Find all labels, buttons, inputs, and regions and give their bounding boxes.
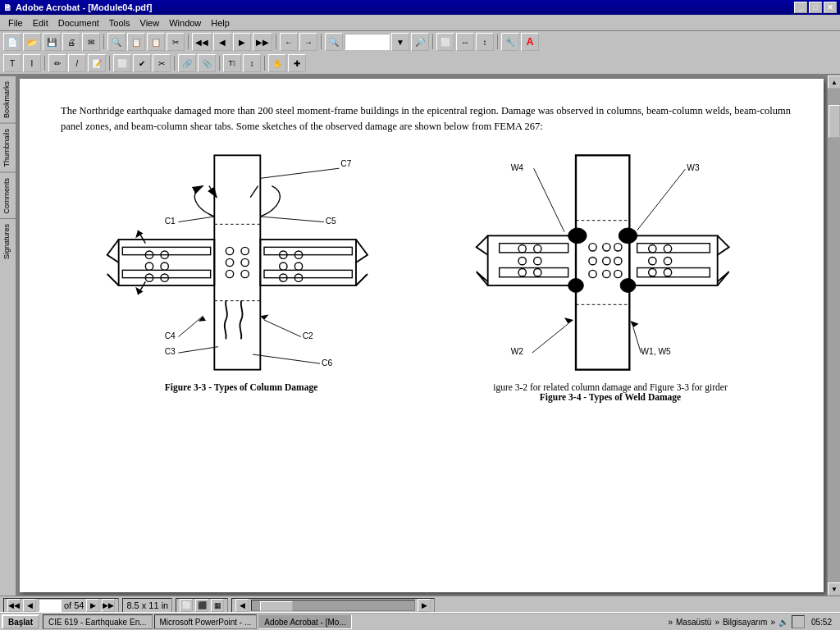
signatures-tab[interactable]: Signatures bbox=[0, 218, 16, 264]
svg-line-34 bbox=[260, 217, 323, 222]
comments-tab[interactable]: Comments bbox=[0, 172, 16, 219]
arrow-button[interactable]: ↕ bbox=[243, 54, 261, 72]
fit-page-button[interactable]: ⬜ bbox=[436, 33, 454, 51]
last-page-nav-button[interactable]: ▶▶ bbox=[102, 599, 115, 612]
back-button[interactable]: ← bbox=[280, 33, 298, 51]
menu-view[interactable]: View bbox=[135, 16, 165, 30]
hand-button[interactable]: ✋ bbox=[268, 54, 286, 72]
menu-window[interactable]: Window bbox=[164, 16, 206, 30]
menu-help[interactable]: Help bbox=[206, 16, 235, 30]
svg-point-54 bbox=[534, 268, 541, 276]
menu-edit[interactable]: Edit bbox=[28, 16, 53, 30]
scroll-up-button[interactable]: ▲ bbox=[828, 75, 840, 89]
fit-height-button[interactable]: ↕ bbox=[476, 33, 494, 51]
search-button[interactable]: 🔍 bbox=[107, 33, 126, 51]
open-button[interactable]: 📂 bbox=[23, 33, 41, 51]
close-button[interactable]: ✕ bbox=[824, 2, 837, 13]
attach-button[interactable]: 📎 bbox=[198, 54, 216, 72]
highlight-button[interactable]: / bbox=[68, 54, 86, 72]
pen-button[interactable]: ✏ bbox=[48, 54, 66, 72]
first-page-nav-button[interactable]: ◀◀ bbox=[7, 599, 21, 612]
next-page-button[interactable]: ▶ bbox=[233, 33, 251, 51]
bookmarks-tab[interactable]: Bookmarks bbox=[0, 75, 16, 123]
text-field-button[interactable]: T⃞ bbox=[223, 54, 241, 72]
prev-page-button[interactable]: ◀ bbox=[213, 33, 231, 51]
scroll-right-button[interactable]: ▶ bbox=[418, 599, 431, 612]
page-number-input[interactable]: 10 bbox=[39, 599, 62, 612]
prev-page-nav-button[interactable]: ◀ bbox=[23, 599, 36, 612]
svg-point-61 bbox=[664, 244, 671, 252]
scroll-left-button[interactable]: ◀ bbox=[235, 599, 249, 612]
new-button[interactable]: 📄 bbox=[3, 33, 21, 51]
taskbar-item-acrobat[interactable]: Adobe Acrobat - [Mo... bbox=[258, 614, 352, 629]
zoom-in-button[interactable]: 🔎 bbox=[411, 33, 429, 51]
scroll-down-button[interactable]: ▼ bbox=[828, 582, 840, 596]
svg-point-76 bbox=[620, 278, 636, 292]
svg-point-67 bbox=[589, 257, 596, 264]
status-bar: ◀◀ ◀ 10 of 54 ▶ ▶▶ 8.5 x 11 in ⬜ ⬛ ▦ ◀ ▶ bbox=[0, 596, 840, 614]
menu-tools[interactable]: Tools bbox=[104, 16, 135, 30]
minimize-button[interactable]: _ bbox=[794, 2, 807, 13]
acrobat-button[interactable]: A bbox=[521, 33, 539, 51]
figure-2-svg: W4 W3 W2 W1, W5 bbox=[430, 148, 791, 377]
right-scrollbar[interactable]: ▲ ▼ bbox=[827, 75, 840, 596]
taskbar-bilgisayarim: Bilgisayarım bbox=[723, 618, 767, 627]
svg-point-75 bbox=[619, 228, 637, 244]
rect-button[interactable]: ⬜ bbox=[113, 54, 131, 72]
note-button[interactable]: 📝 bbox=[88, 54, 106, 72]
svg-marker-40 bbox=[260, 314, 268, 320]
separator-1 bbox=[103, 34, 104, 49]
svg-point-70 bbox=[589, 270, 596, 277]
start-button[interactable]: Başlat bbox=[2, 614, 39, 629]
separator-11 bbox=[264, 56, 265, 71]
page-size-section: 8.5 x 11 in bbox=[122, 598, 172, 613]
scroll-thumb[interactable] bbox=[829, 105, 840, 138]
svg-point-62 bbox=[664, 257, 671, 264]
page-size: 8.5 x 11 in bbox=[126, 600, 168, 610]
print-button[interactable]: 🖨 bbox=[62, 33, 80, 51]
cut-button[interactable]: ✂ bbox=[167, 33, 185, 51]
horizontal-scroll-thumb[interactable] bbox=[260, 601, 293, 611]
fit-width-button[interactable]: ↔ bbox=[456, 33, 474, 51]
select-tool-button[interactable]: T bbox=[3, 54, 21, 72]
taskbar-item-ppt[interactable]: Microsoft PowerPoint - ... bbox=[154, 614, 258, 629]
zoom-out-button[interactable]: 🔍 bbox=[325, 33, 343, 51]
crop-button[interactable]: ✂ bbox=[153, 54, 171, 72]
paste-button[interactable]: 📋 bbox=[147, 33, 165, 51]
continuous-button[interactable]: ⬛ bbox=[195, 599, 208, 612]
scroll-track[interactable] bbox=[828, 89, 840, 582]
check-button[interactable]: ✔ bbox=[133, 54, 151, 72]
menu-file[interactable]: File bbox=[3, 16, 28, 30]
facing-button[interactable]: ▦ bbox=[211, 599, 224, 612]
last-page-button[interactable]: ▶▶ bbox=[253, 33, 272, 51]
save-button[interactable]: 💾 bbox=[43, 33, 61, 51]
single-page-button[interactable]: ⬜ bbox=[180, 599, 193, 612]
label-w4: W4 bbox=[511, 163, 524, 172]
label-w3: W3 bbox=[687, 163, 700, 172]
copy-button[interactable]: 📋 bbox=[127, 33, 145, 51]
zoom-region-button[interactable]: ✚ bbox=[288, 54, 306, 72]
taskbar-right: » Masaüstü » Bilgisayarım » 🔊 05:52 bbox=[664, 615, 838, 628]
thumbnails-tab[interactable]: Thumbnails bbox=[0, 123, 16, 172]
forward-button[interactable]: → bbox=[299, 33, 317, 51]
svg-line-38 bbox=[178, 346, 218, 352]
zoom-dropdown-button[interactable]: ▼ bbox=[391, 33, 409, 51]
title-bar-buttons[interactable]: _ □ ✕ bbox=[794, 2, 837, 13]
pdf-page: The Northridge earthquake damaged more t… bbox=[20, 79, 824, 592]
text-tool-button[interactable]: I bbox=[23, 54, 41, 72]
email-button[interactable]: ✉ bbox=[82, 33, 100, 51]
link-button[interactable]: 🔗 bbox=[178, 54, 196, 72]
horizontal-scroll-track[interactable] bbox=[251, 600, 415, 611]
next-page-nav-button[interactable]: ▶ bbox=[86, 599, 99, 612]
taskbar-item-cie[interactable]: CIE 619 - Earthquake En... bbox=[43, 614, 153, 629]
svg-point-69 bbox=[614, 257, 622, 264]
zoom-input[interactable]: 200% bbox=[345, 34, 390, 50]
tools-button[interactable]: 🔧 bbox=[501, 33, 519, 51]
taskbar-separator-label: » bbox=[668, 618, 673, 627]
svg-point-72 bbox=[614, 270, 622, 277]
menu-document[interactable]: Document bbox=[53, 16, 104, 30]
svg-point-71 bbox=[603, 270, 610, 277]
maximize-button[interactable]: □ bbox=[809, 2, 822, 13]
first-page-button[interactable]: ◀◀ bbox=[192, 33, 212, 51]
svg-line-77 bbox=[534, 168, 564, 231]
